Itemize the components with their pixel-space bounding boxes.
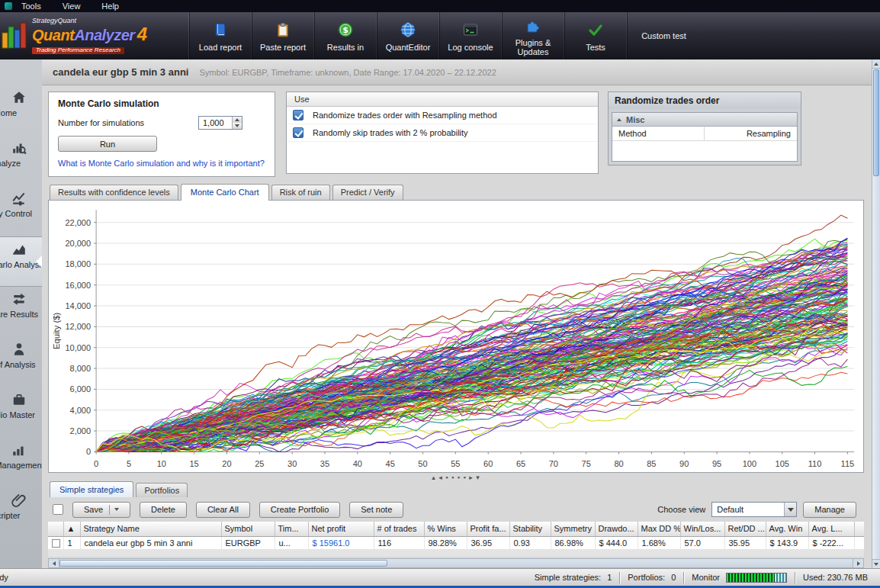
run-button[interactable]: Run (58, 136, 157, 152)
sidebar: Home Analyze Equity Control (0, 59, 42, 568)
save-dropdown-arrow-icon[interactable] (114, 508, 119, 511)
column-header[interactable]: Ret/DD ... (724, 522, 766, 536)
column-header-filler (854, 522, 864, 536)
menu-tools[interactable]: Tools (21, 2, 41, 11)
tab-monte-carlo-chart[interactable]: Monte Carlo Chart (181, 184, 269, 201)
tab-portfolios[interactable]: Portfolios (136, 483, 188, 497)
splitter-controls[interactable]: ▴ ◂ ▪ ▪ ▪ ▪ ▸ ▾ (48, 473, 864, 482)
sidebar-item-money-management[interactable]: Money Management (0, 438, 42, 488)
menu-view[interactable]: View (63, 2, 81, 11)
column-header[interactable]: Symbol (221, 522, 275, 536)
vertical-scrollbar[interactable] (872, 59, 880, 568)
skip-trades-checkbox[interactable] (293, 127, 304, 138)
column-header[interactable]: % Wins (424, 522, 467, 536)
tests-button[interactable]: Tests (564, 12, 627, 59)
table-cell: $ 444.0 (595, 536, 638, 549)
log-console-button[interactable]: Log console (439, 12, 502, 59)
method-value[interactable]: Resampling (705, 127, 797, 140)
table-row[interactable]: 1candela eur gbp 5 min 3 anniEURGBPu...$… (48, 536, 864, 549)
column-header[interactable]: Profit fa... (467, 522, 509, 536)
table-cell: 36.95 (467, 536, 509, 549)
spinner-up-button[interactable] (233, 117, 242, 123)
svg-text:5: 5 (127, 459, 131, 468)
svg-text:80: 80 (614, 459, 623, 468)
column-header[interactable]: Strategy Name (80, 522, 221, 536)
column-header[interactable]: Drawdo... (595, 522, 638, 536)
plugins-updates-button[interactable]: Plugins & Updates (502, 12, 564, 59)
simulations-count-value[interactable]: 1,000 (199, 117, 232, 129)
puzzle-icon (525, 16, 541, 34)
manage-button[interactable]: Manage (803, 502, 856, 518)
table-cell: 86.98% (551, 536, 595, 549)
scroll-left-button[interactable] (49, 559, 59, 567)
column-header[interactable]: Tim... (275, 522, 308, 536)
select-all-checkbox[interactable] (53, 504, 63, 515)
paste-report-button[interactable]: Paste report (252, 12, 314, 59)
misc-group-header[interactable]: Misc (612, 113, 797, 127)
custom-test-button[interactable]: Custom test (627, 12, 700, 59)
save-button[interactable]: Save (72, 502, 130, 518)
monte-carlo-chart-panel: 02,0004,0006,0008,00010,00012,00014,0001… (48, 200, 864, 473)
sidebar-item-monte-carlo-analysis[interactable]: Monte Carlo Analysis (0, 236, 42, 287)
tab-predict-verify[interactable]: Predict / Verify (332, 185, 403, 200)
simulations-count-stepper[interactable]: 1,000 (198, 116, 242, 130)
column-header[interactable]: Symmetry (551, 522, 595, 536)
menu-help[interactable]: Help (101, 2, 119, 11)
randomize-order-checkbox[interactable] (293, 110, 304, 120)
method-setting-row[interactable]: Method Resampling (612, 127, 797, 141)
scroll-right-button[interactable] (853, 559, 863, 567)
sidebar-item-equity-control[interactable]: Equity Control (0, 186, 42, 236)
delete-button[interactable]: Delete (140, 502, 187, 518)
sidebar-item-scripter[interactable]: Scripter (0, 488, 42, 538)
table-cell: 1 (63, 536, 80, 549)
view-dropdown-value: Default (712, 503, 784, 516)
svg-text:20,000: 20,000 (65, 239, 91, 248)
svg-text:4,000: 4,000 (70, 406, 92, 415)
sidebar-item-home[interactable]: Home (0, 85, 42, 136)
monte-carlo-help-link[interactable]: What is Monte Carlo simulation and why i… (58, 159, 265, 168)
analyze-icon (11, 140, 27, 156)
table-cell: 1.68% (638, 536, 680, 549)
svg-text:16,000: 16,000 (65, 281, 91, 290)
view-dropdown[interactable]: Default (711, 502, 797, 517)
column-header[interactable]: Win/Los... (680, 522, 724, 536)
scroll-down-button[interactable] (872, 559, 880, 568)
svg-text:90: 90 (679, 459, 689, 468)
svg-text:70: 70 (549, 459, 558, 468)
chevron-down-icon[interactable] (784, 503, 796, 516)
sidebar-item-analyze[interactable]: Analyze (0, 136, 42, 186)
column-header[interactable]: Max DD % (638, 522, 680, 536)
sidebar-item-compare-results[interactable]: Compare Results (0, 287, 42, 337)
svg-text:6,000: 6,000 (70, 384, 92, 394)
create-portfolio-button[interactable]: Create Portfolio (259, 502, 340, 518)
column-header[interactable]: Avg. Win (766, 522, 808, 536)
column-header[interactable]: Net profit (308, 522, 374, 536)
column-header[interactable]: ▲ (63, 522, 80, 536)
svg-text:50: 50 (418, 459, 427, 468)
column-header[interactable]: # of trades (374, 522, 424, 536)
column-header[interactable]: Avg. L... (808, 522, 854, 536)
memory-monitor-bar[interactable] (726, 573, 787, 583)
sidebar-item-what-if-analysis[interactable]: What If Analysis (0, 337, 42, 387)
set-note-button[interactable]: Set note (349, 502, 403, 518)
vertical-scrollbar-thumb[interactable] (873, 69, 879, 176)
tab-results-confidence-levels[interactable]: Results with confidence levels (50, 185, 178, 200)
tab-simple-strategies[interactable]: Simple strategies (50, 481, 133, 497)
load-report-label: Load report (199, 43, 242, 52)
horizontal-scrollbar-thumb[interactable] (59, 560, 387, 567)
column-header[interactable] (48, 522, 63, 536)
scroll-up-button[interactable] (872, 59, 880, 69)
clear-all-button[interactable]: Clear All (196, 502, 250, 518)
column-header[interactable]: Stability (509, 522, 551, 536)
horizontal-scrollbar[interactable] (48, 558, 864, 568)
quanteditor-button[interactable]: QuantEditor (377, 12, 439, 59)
randomize-trades-order-panel: Randomize trades order Misc Method Resam… (608, 92, 801, 165)
load-report-button[interactable]: Load report (189, 12, 252, 59)
tab-risk-of-ruin[interactable]: Risk of ruin (271, 185, 330, 200)
equity-control-icon (11, 191, 27, 206)
spinner-down-button[interactable] (233, 123, 242, 129)
sidebar-item-portfolio-master[interactable]: Portfolio Master (0, 387, 42, 438)
row-checkbox[interactable] (52, 539, 60, 548)
svg-text:35: 35 (320, 459, 329, 468)
results-in-button[interactable]: $ Results in (314, 12, 377, 59)
